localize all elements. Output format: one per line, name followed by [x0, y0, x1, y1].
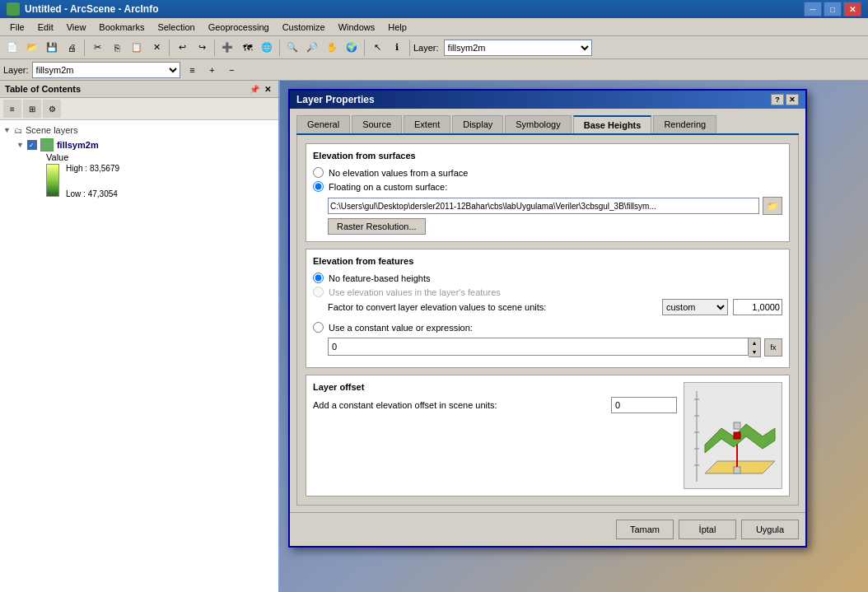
browse-surface-button[interactable]: 📁: [763, 197, 782, 215]
constant-value-radio[interactable]: [313, 322, 324, 333]
tab-extent[interactable]: Extent: [404, 115, 450, 133]
tab-symbology[interactable]: Symbology: [505, 115, 571, 133]
globe-btn[interactable]: 🌍: [343, 39, 361, 57]
scene-view[interactable]: Layer Properties ? ✕ General Source Exte…: [280, 81, 868, 592]
apply-button[interactable]: Uygula: [741, 520, 799, 539]
toc-settings-icon[interactable]: ⚙: [43, 100, 61, 118]
close-button[interactable]: ✕: [843, 2, 861, 16]
print-btn[interactable]: 🖨: [63, 39, 81, 57]
svg-rect-11: [734, 422, 740, 429]
tab-base-heights[interactable]: Base Heights: [573, 115, 652, 133]
window-title: Untitled - ArcScene - ArcInfo: [25, 3, 158, 15]
const-value-input[interactable]: [328, 338, 749, 356]
expression-button[interactable]: fx: [764, 338, 782, 357]
no-feature-heights-row: No feature-based heights: [313, 271, 782, 285]
3d-btn[interactable]: 🌐: [258, 39, 276, 57]
layer-name-label: fillsym2m: [57, 140, 99, 150]
menu-help[interactable]: Help: [381, 21, 413, 34]
cancel-button[interactable]: İptal: [679, 520, 736, 539]
delete-btn[interactable]: ✕: [147, 39, 166, 57]
add-data-btn[interactable]: ➕: [218, 39, 236, 57]
menu-geoprocessing[interactable]: Geoprocessing: [202, 21, 276, 34]
scene-layers-expand[interactable]: ▼: [3, 126, 11, 134]
menu-edit[interactable]: Edit: [31, 21, 60, 34]
spin-buttons: ▲ ▼: [749, 338, 761, 357]
raster-resolution-button[interactable]: Raster Resolution...: [328, 218, 426, 235]
save-btn[interactable]: 💾: [43, 39, 61, 57]
menu-view[interactable]: View: [60, 21, 93, 34]
no-feature-heights-radio[interactable]: [313, 273, 324, 283]
use-elev-values-radio[interactable]: [313, 287, 324, 297]
toc-pin-button[interactable]: 📌: [249, 83, 260, 95]
factor-value-input[interactable]: [733, 299, 782, 315]
surface-path-input[interactable]: [328, 198, 759, 214]
menu-file[interactable]: File: [3, 21, 31, 34]
tab-general[interactable]: General: [296, 115, 350, 133]
layer-select[interactable]: fillsym2m: [32, 62, 180, 78]
layer-dropdown-toolbar[interactable]: fillsym2m: [444, 40, 592, 56]
legend-spacer: [66, 173, 119, 189]
factor-row: Factor to convert layer elevation values…: [328, 299, 782, 315]
layer-icons: ≡ + −: [184, 61, 241, 79]
offset-value-input[interactable]: [611, 397, 677, 413]
layer-list-icon[interactable]: ≡: [184, 61, 202, 79]
maximize-button[interactable]: □: [824, 2, 842, 16]
dialog-close-button[interactable]: ✕: [786, 94, 799, 105]
layer-expand[interactable]: ▼: [16, 141, 24, 149]
new-btn[interactable]: 📄: [3, 39, 21, 57]
elev-features-title: Elevation from features: [313, 256, 782, 266]
tab-display[interactable]: Display: [452, 115, 503, 133]
layer-bar: Layer: fillsym2m ≡ + −: [0, 59, 868, 81]
layer-add-icon[interactable]: +: [203, 61, 222, 79]
redo-btn[interactable]: ↪: [193, 39, 211, 57]
const-input-row: ▲ ▼ fx: [328, 338, 782, 357]
elev-custom-surface-radio[interactable]: [313, 181, 324, 192]
pan-btn[interactable]: ✋: [323, 39, 341, 57]
toc-list-icon[interactable]: ≡: [3, 100, 21, 118]
spin-up-button[interactable]: ▲: [749, 338, 760, 347]
layer-checkbox[interactable]: ✓: [27, 140, 37, 150]
zoom-out-btn[interactable]: 🔎: [303, 39, 321, 57]
menu-customize[interactable]: Customize: [276, 21, 332, 34]
copy-btn[interactable]: ⎘: [108, 39, 126, 57]
toc-tree: ▼ 🗂 Scene layers ▼ ✓ fillsym2m Value: [0, 120, 278, 204]
identify-btn[interactable]: ℹ: [388, 39, 406, 57]
tab-source[interactable]: Source: [352, 115, 402, 133]
dialog-tabs: General Source Extent Display Symbology …: [296, 115, 799, 135]
use-elev-values-row: Use elevation values in the layer's feat…: [313, 285, 782, 299]
menu-windows[interactable]: Windows: [332, 21, 382, 34]
sep5: [364, 40, 365, 56]
map-btn[interactable]: 🗺: [238, 39, 256, 57]
elevation-from-surfaces-section: Elevation from surfaces No elevation val…: [306, 143, 790, 242]
layer-offset-title: Layer offset: [313, 382, 677, 392]
layer-remove-icon[interactable]: −: [223, 61, 241, 79]
elev-no-surface-row: No elevation values from a surface: [313, 165, 782, 179]
open-btn[interactable]: 📂: [23, 39, 41, 57]
factor-dropdown[interactable]: custom: [662, 299, 728, 315]
minimize-button[interactable]: ─: [804, 2, 822, 16]
spin-down-button[interactable]: ▼: [749, 347, 760, 357]
dialog-help-button[interactable]: ?: [771, 94, 784, 105]
tab-rendering[interactable]: Rendering: [653, 115, 716, 133]
zoom-in-btn[interactable]: 🔍: [283, 39, 301, 57]
layer-properties-dialog: Layer Properties ? ✕ General Source Exte…: [288, 89, 807, 548]
offset-diagram-svg: [684, 383, 783, 490]
sep6: [409, 40, 410, 56]
paste-btn[interactable]: 📋: [128, 39, 146, 57]
undo-btn[interactable]: ↩: [173, 39, 191, 57]
toc-close-button[interactable]: ✕: [262, 83, 273, 95]
menu-bookmarks[interactable]: Bookmarks: [92, 21, 151, 34]
dialog-footer: Tamam İptal Uygula: [290, 512, 805, 546]
menu-selection[interactable]: Selection: [151, 21, 201, 34]
legend-high: High : 83,5679: [66, 164, 119, 173]
offset-label: Add a constant elevation offset in scene…: [313, 400, 606, 410]
ok-button[interactable]: Tamam: [616, 520, 674, 539]
toc-layer-item: ▼ ✓ fillsym2m Value High : 83,5679 Lo: [16, 137, 275, 201]
legend-item: Value High : 83,5679 Low : 47,3054: [46, 151, 275, 199]
select-btn[interactable]: ↖: [368, 39, 386, 57]
legend-value-label: Value: [46, 152, 275, 162]
elev-no-surface-radio[interactable]: [313, 167, 324, 178]
toc-expand-icon[interactable]: ⊞: [23, 100, 41, 118]
cut-btn[interactable]: ✂: [88, 39, 106, 57]
elev-custom-surface-row: Floating on a custom surface:: [313, 179, 782, 193]
